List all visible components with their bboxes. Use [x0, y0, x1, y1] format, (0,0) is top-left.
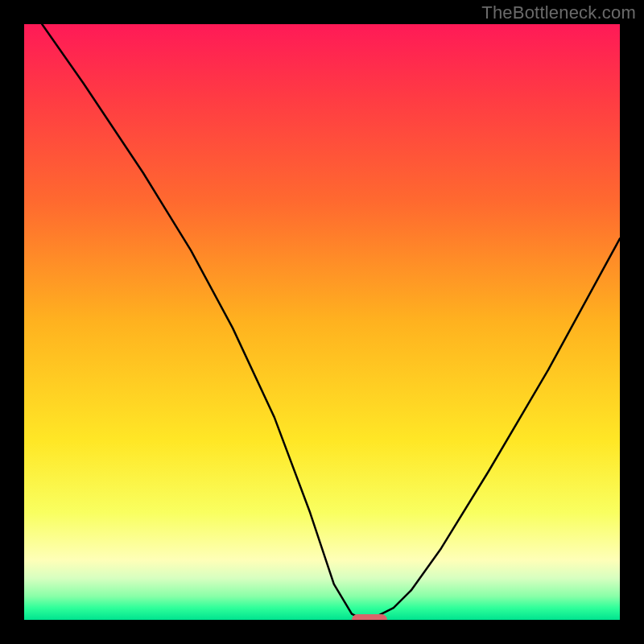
bottleneck-curve	[24, 24, 620, 620]
watermark-text: TheBottleneck.com	[481, 2, 636, 23]
chart-frame: TheBottleneck.com	[0, 0, 644, 644]
optimum-marker	[352, 614, 387, 620]
plot-area	[24, 24, 620, 620]
